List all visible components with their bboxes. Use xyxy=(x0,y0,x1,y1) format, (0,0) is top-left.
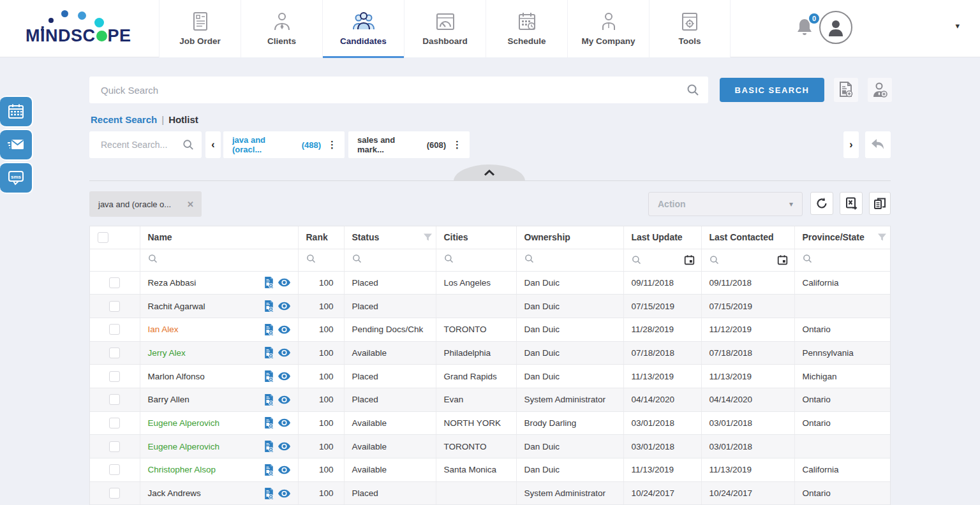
preview-eye-icon[interactable] xyxy=(278,489,290,498)
col-header-name[interactable]: Name xyxy=(140,226,298,249)
resume-icon[interactable] xyxy=(264,277,274,288)
row-checkbox[interactable] xyxy=(109,301,120,312)
filter-last-update[interactable] xyxy=(623,249,701,271)
row-checkbox[interactable] xyxy=(109,394,120,405)
resume-icon[interactable] xyxy=(264,324,274,335)
col-header-cities[interactable]: Cities xyxy=(436,226,516,249)
table-row[interactable]: Barry Allen 100 Placed Evan System Admin… xyxy=(90,388,890,411)
filter-last-contacted[interactable] xyxy=(701,249,794,271)
action-dropdown[interactable]: Action ▾ xyxy=(648,192,803,216)
preview-eye-icon[interactable] xyxy=(278,395,290,404)
nav-my-company[interactable]: My Company xyxy=(567,0,649,57)
resume-icon[interactable] xyxy=(264,464,274,476)
candidate-name-link[interactable]: Eugene Alperovich xyxy=(148,442,220,451)
mass-email-rail-button[interactable] xyxy=(0,129,33,161)
sms-rail-button[interactable]: sms xyxy=(0,162,33,194)
calendar-rail-button[interactable] xyxy=(0,96,33,128)
row-checkbox[interactable] xyxy=(109,488,120,499)
collapse-panel-handle[interactable] xyxy=(454,165,525,181)
preview-eye-icon[interactable] xyxy=(278,418,290,427)
candidate-name-link[interactable]: Barry Allen xyxy=(148,395,189,404)
col-header-last-contacted[interactable]: Last Contacted xyxy=(701,226,794,249)
undo-button[interactable] xyxy=(865,131,891,158)
export-excel-button[interactable] xyxy=(840,192,863,215)
preview-eye-icon[interactable] xyxy=(278,465,290,474)
mindscope-logo[interactable]: MİNDSCPE xyxy=(23,5,138,52)
basic-search-button[interactable]: BASIC SEARCH xyxy=(720,78,824,102)
row-checkbox[interactable] xyxy=(109,277,120,288)
calendar-picker-icon[interactable] xyxy=(777,254,788,265)
nav-schedule[interactable]: Schedule xyxy=(486,0,567,57)
table-row[interactable]: Reza Abbasi 100 Placed Los Angeles Dan D… xyxy=(90,271,890,295)
resume-icon[interactable] xyxy=(264,417,274,428)
quick-search-input[interactable] xyxy=(89,77,708,103)
candidate-name-link[interactable]: Eugene Alperovich xyxy=(148,418,220,428)
preview-eye-icon[interactable] xyxy=(278,278,290,287)
calendar-picker-icon[interactable] xyxy=(684,254,695,265)
candidate-name-link[interactable]: Rachit Agarwal xyxy=(148,302,205,311)
col-header-rank[interactable]: Rank xyxy=(298,226,344,249)
row-checkbox[interactable] xyxy=(109,418,120,428)
add-candidate-button[interactable] xyxy=(868,78,892,102)
filter-name[interactable] xyxy=(140,249,298,271)
kebab-menu-icon[interactable]: ⋮ xyxy=(326,139,338,150)
preview-eye-icon[interactable] xyxy=(278,372,290,381)
row-checkbox[interactable] xyxy=(109,371,120,382)
nav-job-order[interactable]: Job Order xyxy=(159,0,241,57)
preview-eye-icon[interactable] xyxy=(278,325,290,334)
candidate-name-link[interactable]: Marlon Alfonso xyxy=(148,372,205,381)
resume-icon[interactable] xyxy=(264,394,274,406)
preview-eye-icon[interactable] xyxy=(278,348,290,357)
kebab-menu-icon[interactable]: ⋮ xyxy=(451,139,463,150)
row-checkbox[interactable] xyxy=(109,441,120,452)
recent-search-tab-1[interactable]: java and (oracl... (488) ⋮ xyxy=(223,131,345,158)
recent-search-link[interactable]: Recent Search xyxy=(91,114,157,125)
filter-cities[interactable] xyxy=(436,249,516,271)
nav-candidates[interactable]: Candidates xyxy=(322,0,404,57)
nav-clients[interactable]: Clients xyxy=(241,0,322,57)
table-row[interactable]: Jack Andrews 100 Placed System Administr… xyxy=(90,481,890,505)
filter-funnel-icon[interactable] xyxy=(878,233,886,242)
table-row[interactable]: Rachit Agarwal 100 Placed Dan Duic 07/15… xyxy=(90,295,890,318)
notifications-button[interactable]: 0 xyxy=(796,18,813,40)
table-row[interactable]: Jerry Alex 100 Available Philadelphia Da… xyxy=(90,341,890,365)
resume-icon[interactable] xyxy=(264,488,274,499)
filter-province[interactable] xyxy=(794,249,890,271)
col-header-status[interactable]: Status xyxy=(344,226,436,249)
preview-eye-icon[interactable] xyxy=(278,442,290,451)
resume-icon[interactable] xyxy=(264,347,274,358)
col-header-ownership[interactable]: Ownership xyxy=(516,226,623,249)
chip-close-icon[interactable]: ✕ xyxy=(187,200,194,209)
col-header-province[interactable]: Province/State xyxy=(794,226,890,249)
select-all-checkbox[interactable] xyxy=(98,232,108,243)
add-resume-button[interactable] xyxy=(834,78,858,102)
refresh-button[interactable] xyxy=(810,192,833,215)
row-checkbox[interactable] xyxy=(109,464,120,475)
resume-icon[interactable] xyxy=(264,441,274,452)
col-header-last-update[interactable]: Last Update xyxy=(623,226,701,249)
row-checkbox[interactable] xyxy=(109,324,120,335)
table-row[interactable]: Eugene Alperovich 100 Available TORONTO … xyxy=(90,435,890,458)
table-row[interactable]: Marlon Alfonso 100 Placed Grand Rapids D… xyxy=(90,365,890,388)
table-row[interactable]: Eugene Alperovich 100 Available NORTH YO… xyxy=(90,411,890,435)
candidate-name-link[interactable]: Christopher Alsop xyxy=(148,465,216,474)
user-avatar[interactable] xyxy=(819,11,852,44)
filter-funnel-icon[interactable] xyxy=(424,233,432,242)
account-dropdown-caret[interactable]: ▾ xyxy=(955,21,960,31)
candidate-name-link[interactable]: Reza Abbasi xyxy=(148,278,197,288)
copy-list-button[interactable] xyxy=(869,192,891,215)
resume-icon[interactable] xyxy=(264,370,274,382)
preview-eye-icon[interactable] xyxy=(278,302,290,311)
tabs-scroll-right-button[interactable]: › xyxy=(843,131,859,158)
filter-status[interactable] xyxy=(344,249,436,271)
table-row[interactable]: Christopher Alsop 100 Available Santa Mo… xyxy=(90,458,890,482)
candidate-name-link[interactable]: Jerry Alex xyxy=(148,348,186,358)
hotlist-link[interactable]: Hotlist xyxy=(168,114,198,125)
filter-rank[interactable] xyxy=(298,249,344,271)
row-checkbox[interactable] xyxy=(109,348,120,358)
candidate-name-link[interactable]: Ian Alex xyxy=(148,325,179,334)
nav-tools[interactable]: Tools xyxy=(649,0,731,57)
candidate-name-link[interactable]: Jack Andrews xyxy=(148,488,201,498)
nav-dashboard[interactable]: Dashboard xyxy=(404,0,486,57)
filter-ownership[interactable] xyxy=(516,249,623,271)
